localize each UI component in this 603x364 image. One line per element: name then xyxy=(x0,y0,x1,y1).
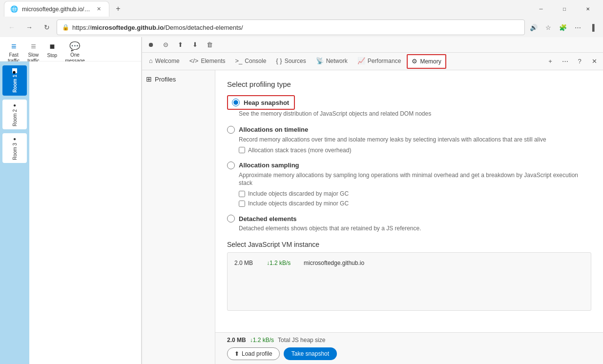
profiles-sidebar: ⊞ Profiles xyxy=(142,70,215,364)
lock-icon: 🔒 xyxy=(62,24,69,31)
more-button[interactable]: ⋯ xyxy=(571,20,584,34)
devtools-download-button[interactable]: ⬇ xyxy=(188,38,202,52)
devtools-help-button[interactable]: ? xyxy=(573,55,586,68)
tab-memory[interactable]: ⚙ Memory xyxy=(407,54,446,69)
rooms-area: ● Room 1 ● Room 2 ● Room 3 xyxy=(0,61,141,364)
footer-rate: ↓1.2 kB/s xyxy=(250,337,274,344)
tabs-end-area: + ⋯ ? ✕ xyxy=(543,55,601,68)
sidebar-button[interactable]: ▐ xyxy=(585,20,599,34)
room3-item[interactable]: ● Room 3 xyxy=(2,133,27,163)
allocation-sampling-radio[interactable] xyxy=(227,162,235,169)
room1-item[interactable]: ● Room 1 xyxy=(2,65,27,96)
room2-item[interactable]: ● Room 2 xyxy=(2,100,27,129)
heap-snapshot-label[interactable]: Heap snapshot xyxy=(244,99,289,106)
tab-welcome[interactable]: ⌂ Welcome xyxy=(144,53,185,70)
url-bar[interactable]: 🔒 https://microsoftedge.github.io/Demos/… xyxy=(57,20,525,35)
tab-sources-label: Sources xyxy=(285,58,306,64)
alloc-stack-checkbox[interactable] xyxy=(239,147,245,153)
take-snapshot-button[interactable]: Take snapshot xyxy=(284,347,337,360)
devtools-upload-button[interactable]: ⬆ xyxy=(173,38,187,52)
back-button[interactable]: ← xyxy=(4,20,20,35)
footer-buttons: ⬆ Load profile Take snapshot xyxy=(227,347,591,360)
profiles-label: Profiles xyxy=(155,76,176,83)
tab-console[interactable]: >_ Console xyxy=(230,53,271,70)
reload-button[interactable]: ↻ xyxy=(39,20,55,35)
window-controls: ─ □ ✕ xyxy=(530,1,599,17)
new-devtools-tab-button[interactable]: + xyxy=(543,55,557,68)
maximize-button[interactable]: □ xyxy=(553,1,576,17)
sources-icon: { } xyxy=(276,57,282,64)
active-tab[interactable]: 🌐 microsoftedge.github.io/Demos/d ✕ xyxy=(4,1,109,17)
tab-area: 🌐 microsoftedge.github.io/Demos/d ✕ + xyxy=(4,1,528,17)
rooms-sidebar: ● Room 1 ● Room 2 ● Room 3 xyxy=(0,61,29,364)
favorites-button[interactable]: ☆ xyxy=(541,20,555,34)
heap-snapshot-option: Heap snapshot See the memory distributio… xyxy=(227,95,591,118)
allocations-timeline-label[interactable]: Allocations on timeline xyxy=(239,126,308,133)
minor-gc-label[interactable]: Include objects discarded by minor GC xyxy=(248,200,349,207)
devtools-close-button[interactable]: ✕ xyxy=(587,55,601,68)
minimize-button[interactable]: ─ xyxy=(530,1,552,17)
detached-elements-radio[interactable] xyxy=(227,215,235,222)
title-bar: 🌐 microsoftedge.github.io/Demos/d ✕ + ─ … xyxy=(0,0,603,18)
room1-label: Room 1 xyxy=(12,75,18,93)
traffic-controls: ≡ Fasttraffic ≡ Slowtraffic ■ Stop 💬 One… xyxy=(0,37,141,61)
read-aloud-button[interactable]: 🔊 xyxy=(527,20,541,34)
console-icon: >_ xyxy=(235,57,242,64)
profiles-header[interactable]: ⊞ Profiles xyxy=(144,72,213,86)
major-gc-checkbox[interactable] xyxy=(239,191,245,197)
devtools-stop-circle-button[interactable]: ⊝ xyxy=(159,38,172,52)
tab-performance[interactable]: 📈 Performance xyxy=(353,53,406,70)
vm-instance-row[interactable]: 2.0 MB ↓1.2 kB/s microsoftedge.github.io xyxy=(234,258,584,268)
tab-memory-label: Memory xyxy=(420,58,441,65)
tab-sources[interactable]: { } Sources xyxy=(271,53,311,70)
room2-label: Room 2 xyxy=(12,109,18,126)
network-icon: 📡 xyxy=(316,57,324,64)
stop-button[interactable]: ■ Stop xyxy=(44,40,61,60)
memory-panel: Select profiling type Heap snapshot See … xyxy=(215,70,603,364)
vm-url: microsoftedge.github.io xyxy=(304,260,364,266)
alloc-stack-label[interactable]: Allocation stack traces (more overhead) xyxy=(248,147,351,154)
heap-snapshot-radio[interactable] xyxy=(232,99,240,106)
footer-size: 2.0 MB xyxy=(227,337,246,344)
devtools-record-button[interactable]: ⏺ xyxy=(144,38,158,52)
webpage-area: ≡ Fasttraffic ≡ Slowtraffic ■ Stop 💬 One… xyxy=(0,37,142,364)
tab-close-button[interactable]: ✕ xyxy=(94,5,103,14)
detached-elements-option: Detached elements Detached elements show… xyxy=(227,215,591,233)
vm-size: 2.0 MB xyxy=(234,260,259,266)
vm-instance-box: 2.0 MB ↓1.2 kB/s microsoftedge.github.io xyxy=(227,252,591,311)
devtools-tabs: ⌂ Welcome </> Elements >_ Console { } So… xyxy=(142,53,603,70)
detached-elements-label[interactable]: Detached elements xyxy=(239,215,297,222)
close-button[interactable]: ✕ xyxy=(577,1,599,17)
allocations-timeline-radio[interactable] xyxy=(227,126,235,134)
new-tab-button[interactable]: + xyxy=(111,2,125,16)
footer-stats: 2.0 MB ↓1.2 kB/s Total JS heap size xyxy=(227,337,591,344)
address-bar: ← → ↻ 🔒 https://microsoftedge.github.io/… xyxy=(0,18,603,37)
tab-welcome-label: Welcome xyxy=(155,58,180,64)
extensions-button[interactable]: 🧩 xyxy=(556,20,570,34)
devtools-content: ⊞ Profiles Select profiling type Heap sn… xyxy=(142,70,603,364)
minor-gc-checkbox[interactable] xyxy=(239,201,245,207)
devtools-delete-button[interactable]: 🗑 xyxy=(203,38,216,52)
performance-icon: 📈 xyxy=(357,57,365,64)
load-profile-button[interactable]: ⬆ Load profile xyxy=(227,347,280,360)
memory-content: Select profiling type Heap snapshot See … xyxy=(215,70,603,332)
welcome-icon: ⌂ xyxy=(149,57,153,64)
js-vm-title: Select JavaScript VM instance xyxy=(227,241,591,248)
major-gc-label[interactable]: Include objects discarded by major GC xyxy=(248,190,349,197)
room2-dot: ● xyxy=(13,102,16,108)
forward-button[interactable]: → xyxy=(21,20,37,35)
tab-elements[interactable]: </> Elements xyxy=(185,53,230,70)
more-tools-button[interactable]: ⋯ xyxy=(558,55,572,68)
select-profiling-title: Select profiling type xyxy=(227,80,591,88)
tab-console-label: Console xyxy=(245,58,266,64)
allocations-timeline-row: Allocations on timeline xyxy=(227,126,591,134)
alloc-stack-row: Allocation stack traces (more overhead) xyxy=(239,147,591,154)
room3-label: Room 3 xyxy=(12,143,18,160)
footer-label: Total JS heap size xyxy=(278,337,325,344)
tab-network[interactable]: 📡 Network xyxy=(311,53,353,70)
upload-icon: ⬆ xyxy=(234,350,239,357)
devtools-action-bar: ⏺ ⊝ ⬆ ⬇ 🗑 xyxy=(142,37,603,53)
tab-elements-label: Elements xyxy=(201,58,225,64)
detached-elements-row: Detached elements xyxy=(227,215,591,222)
allocation-sampling-label[interactable]: Allocation sampling xyxy=(239,162,299,169)
